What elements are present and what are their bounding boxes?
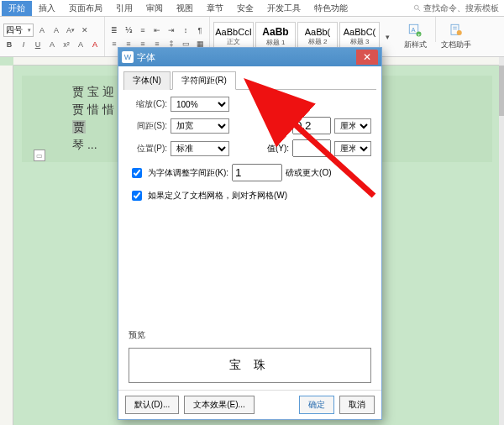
scrollbar-thumb[interactable]: [499, 66, 504, 116]
ribbon-tab-special[interactable]: 特色功能: [307, 1, 354, 16]
new-style-label: 新样式: [404, 39, 427, 50]
change-case-button[interactable]: A▾: [65, 24, 76, 36]
snap-grid-checkbox[interactable]: [132, 191, 142, 201]
style-sample: AaBbC(: [344, 27, 376, 37]
show-marks-button[interactable]: ¶: [194, 24, 206, 36]
svg-point-0: [414, 5, 418, 9]
position-label: 位置(P):: [129, 143, 167, 155]
style-sample: AaBb(: [305, 27, 331, 37]
ok-button[interactable]: 确定: [299, 396, 334, 414]
style-label: 正文: [227, 37, 240, 46]
kerning-checkbox[interactable]: [132, 168, 142, 178]
style-label: 标题 3: [350, 37, 370, 46]
ribbon-tab-strip: 开始 插入 页面布局 引用 审阅 视图 章节 安全 开发工具 特色功能 查找命令…: [0, 0, 504, 17]
tab-char-spacing[interactable]: 字符间距(R): [172, 71, 236, 90]
sort-button[interactable]: ↕: [180, 24, 192, 36]
dialog-tabs: 字体(N) 字符间距(R): [123, 71, 376, 90]
ribbon-tab-layout[interactable]: 页面布局: [62, 1, 109, 16]
svg-text:+: +: [417, 32, 421, 37]
dialog-title: 字体: [137, 51, 155, 64]
kerning-value-input[interactable]: [232, 164, 282, 181]
ribbon-tab-review[interactable]: 审阅: [139, 1, 170, 16]
chevron-down-icon: ▾: [28, 27, 31, 34]
command-search[interactable]: 查找命令、搜索模板: [413, 3, 504, 14]
preview-text: 宝 珠: [229, 358, 271, 373]
ribbon-tab-dev[interactable]: 开发工具: [260, 1, 307, 16]
multilevel-button[interactable]: ≡: [137, 24, 149, 36]
grow-font-button[interactable]: A: [36, 24, 48, 36]
vertical-scrollbar[interactable]: [499, 57, 504, 425]
ribbon-tab-view[interactable]: 视图: [170, 1, 200, 16]
spacing-by-input[interactable]: [292, 117, 331, 134]
shrink-font-button[interactable]: A: [50, 24, 62, 36]
spacing-unit-combo[interactable]: 厘米: [334, 118, 371, 134]
font-size-value: 四号: [6, 24, 23, 36]
position-by-label: 值(Y):: [260, 143, 289, 155]
font-size-combo[interactable]: 四号 ▾: [3, 24, 34, 37]
dialog-button-row: 默认(D)... 文本效果(E)... 确定 取消: [118, 390, 381, 419]
doc-assistant-icon: [449, 23, 464, 38]
text-effect-button[interactable]: 文本效果(E)...: [184, 396, 255, 414]
preview-box: 宝 珠: [129, 348, 371, 383]
style-label: 标题 2: [308, 37, 328, 46]
scale-label: 缩放(C):: [129, 98, 167, 110]
spacing-label: 间距(S):: [129, 120, 167, 132]
style-sample: AaBbCcI: [215, 27, 251, 37]
spacing-combo[interactable]: 加宽: [171, 118, 229, 134]
outdent-button[interactable]: ⇤: [151, 24, 163, 36]
italic-button[interactable]: I: [18, 39, 29, 50]
clear-format-button[interactable]: ✕: [79, 24, 91, 36]
font-group: 四号 ▾ A A A▾ ✕ B I U A x² A A: [0, 17, 105, 56]
font-color-button[interactable]: A: [89, 39, 101, 50]
nav-pane-icon[interactable]: ▭: [34, 150, 45, 161]
spacing-by-label: 值(B):: [260, 120, 289, 132]
default-button[interactable]: 默认(D)...: [125, 396, 179, 414]
selected-text: 贾: [72, 120, 86, 134]
bold-button[interactable]: B: [3, 39, 15, 50]
doc-assistant-label: 文档助手: [441, 39, 471, 50]
cancel-button[interactable]: 取消: [339, 396, 375, 414]
command-search-placeholder: 查找命令、搜索模板: [423, 3, 499, 14]
scale-combo[interactable]: 100%: [171, 97, 229, 112]
position-combo[interactable]: 标准: [171, 141, 229, 156]
ribbon-tab-home[interactable]: 开始: [2, 1, 32, 16]
snap-grid-label: 如果定义了文档网格，则对齐网格(W): [148, 190, 287, 202]
vertical-ruler[interactable]: [0, 66, 13, 425]
underline-button[interactable]: U: [32, 39, 44, 50]
tab-font[interactable]: 字体(N): [123, 71, 171, 90]
ribbon-tab-security[interactable]: 安全: [230, 1, 260, 16]
ribbon-tab-chapter[interactable]: 章节: [200, 1, 230, 16]
ribbon-tab-references[interactable]: 引用: [109, 1, 139, 16]
style-sample: AaBb: [262, 26, 288, 38]
new-style-icon: A+: [407, 23, 423, 38]
superscript-button[interactable]: x²: [60, 39, 72, 50]
ribbon-tab-insert[interactable]: 插入: [32, 1, 62, 16]
style-label: 标题 1: [266, 38, 286, 47]
kerning-label: 为字体调整字间距(K):: [148, 167, 228, 179]
dialog-titlebar[interactable]: W 字体 ✕: [118, 48, 381, 66]
separator: [435, 17, 436, 42]
svg-text:A: A: [412, 26, 416, 34]
position-by-input[interactable]: [292, 139, 331, 157]
bullets-button[interactable]: ≣: [108, 24, 120, 36]
new-style-button[interactable]: A+ 新样式: [396, 17, 433, 56]
style-gallery-more-button[interactable]: ▾: [381, 22, 393, 52]
dialog-icon: W: [122, 51, 134, 63]
search-icon: [413, 4, 422, 13]
close-button[interactable]: ✕: [356, 50, 378, 65]
font-dialog: W 字体 ✕ 字体(N) 字符间距(R) 缩放(C): 100% 间距(S): …: [118, 47, 382, 420]
numbering-button[interactable]: ⅓: [123, 24, 134, 36]
position-unit-combo[interactable]: 厘米: [334, 141, 371, 156]
kerning-unit-label: 磅或更大(O): [286, 167, 331, 179]
preview-label: 预览: [129, 329, 371, 341]
dialog-body: 缩放(C): 100% 间距(S): 加宽 值(B): 厘米 位置(P): 标准…: [118, 90, 381, 390]
indent-button[interactable]: ⇥: [165, 24, 177, 36]
doc-assistant-button[interactable]: 文档助手: [438, 17, 475, 56]
strike-button[interactable]: A: [46, 39, 58, 50]
highlight-button[interactable]: A: [75, 39, 87, 50]
svg-point-9: [457, 30, 462, 35]
svg-line-1: [418, 8, 421, 11]
